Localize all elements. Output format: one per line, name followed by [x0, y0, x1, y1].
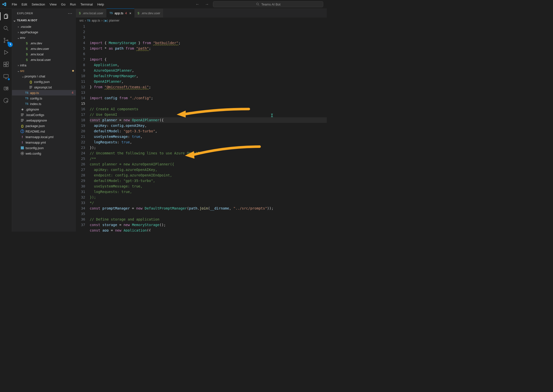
code-line[interactable]: // Uncomment the following lines to use … [90, 150, 327, 156]
code-line[interactable]: } from "@microsoft/teams-ai"; [90, 84, 327, 90]
code-line[interactable]: const storage = new MemoryStorage(); [90, 222, 327, 228]
nav-back-icon[interactable]: ← [194, 2, 201, 7]
menu-item-run[interactable]: Run [68, 2, 78, 7]
dollar-icon: $ [79, 11, 81, 15]
bang-icon: ! [20, 141, 25, 144]
code-line[interactable]: import { [90, 57, 327, 62]
chevron-right-icon: › [17, 25, 20, 29]
code-line[interactable]: }); [90, 194, 327, 200]
code-line[interactable]: }); [90, 145, 327, 150]
tree-item[interactable]: web.config [12, 151, 76, 156]
editor-tab[interactable]: $.env.local.user [76, 9, 106, 18]
tree-item[interactable]: .webappignore [12, 118, 76, 123]
code-line[interactable]: const app = new Application({ [90, 228, 327, 232]
svg-rect-12 [7, 62, 9, 64]
tree-item[interactable]: ›.vscode [12, 24, 76, 29]
code-line[interactable]: logRequests: true, [90, 139, 327, 145]
breadcrumb[interactable]: src › TS app.ts › [◉] planner [76, 18, 327, 24]
project-header[interactable]: ⌄ TEAMS AI BOT [12, 18, 76, 23]
svg-rect-11 [6, 65, 8, 67]
editor-tab[interactable]: $.env.dev.user [135, 9, 163, 18]
tree-item[interactable]: ◈.gitignore [12, 107, 76, 112]
nav-forward-icon[interactable]: → [203, 2, 210, 7]
code-line[interactable]: // Use OpenAI [90, 112, 327, 117]
tree-item[interactable]: skprompt.txt [12, 84, 76, 90]
menu-item-edit[interactable]: Edit [19, 2, 29, 7]
ts-icon: TS [109, 12, 113, 15]
code-line[interactable]: const promptManager = new DefaultPromptM… [90, 206, 327, 211]
code-line[interactable] [90, 211, 327, 217]
tree-item[interactable]: ›appPackage [12, 29, 76, 35]
tree-item[interactable]: ⌄src [12, 68, 76, 73]
code-line[interactable]: useSystemMessage: true, [90, 134, 327, 139]
tree-item[interactable]: README.md [12, 129, 76, 134]
code-line[interactable]: logRequests: true, [90, 189, 327, 194]
code-line[interactable]: useSystemMessage: true, [90, 183, 327, 189]
tree-item[interactable]: $.env.local [12, 51, 76, 57]
activity-teams-icon[interactable] [0, 82, 12, 94]
code-line[interactable]: import { MemoryStorage } from "botbuilde… [90, 40, 327, 46]
dollar-icon: $ [25, 47, 29, 51]
code-line[interactable]: endpoint: config.azureOpenAIEndpoint, [90, 172, 327, 178]
tree-item[interactable]: {}package.json [12, 123, 76, 129]
code-content[interactable]: import { MemoryStorage } from "botbuilde… [90, 24, 327, 232]
code-line[interactable] [90, 51, 327, 57]
code-line[interactable]: const planner = new AzureOpenAIPlanner({ [90, 161, 327, 167]
code-line[interactable]: defaultModel: "gpt-3.5-turbo", [90, 128, 327, 134]
chevron-right-icon: › [17, 30, 20, 34]
code-line[interactable]: const planner = new OpenAIPlanner({ [90, 117, 327, 123]
tree-item[interactable]: ⌄prompts \ chat [12, 73, 76, 79]
svg-text:TS: TS [21, 147, 24, 149]
activity-source-control-icon[interactable] [0, 34, 12, 46]
code-line[interactable]: import * as path from "path"; [90, 46, 327, 51]
menu-item-file[interactable]: File [10, 2, 19, 7]
command-center[interactable]: Teams AI Bot [213, 1, 323, 7]
code-line[interactable]: OpenAIPlanner, [90, 79, 327, 84]
tree-item[interactable]: $.env.local.user [12, 57, 76, 62]
tree-item[interactable]: .localConfigs [12, 112, 76, 118]
activity-search-icon[interactable] [0, 22, 12, 34]
activity-extensions-icon[interactable] [0, 58, 12, 70]
code-line[interactable]: Application, [90, 62, 327, 68]
activity-remote-icon[interactable] [0, 70, 12, 82]
menu-item-terminal[interactable]: Terminal [78, 2, 95, 7]
info-icon [20, 129, 25, 133]
search-placeholder: Teams AI Bot [261, 3, 281, 6]
tree-item[interactable]: $.env.dev.user [12, 46, 76, 51]
menu-item-view[interactable]: View [47, 2, 59, 7]
code-line[interactable]: apiKey: config.azureOpenAIKey, [90, 167, 327, 172]
activity-explorer-icon[interactable] [0, 10, 12, 22]
tree-item[interactable]: {}config.json [12, 79, 76, 84]
tree-item[interactable]: TSindex.ts [12, 101, 76, 107]
code-line[interactable] [90, 101, 327, 106]
activity-edge-icon[interactable] [0, 94, 12, 107]
close-icon[interactable]: × [129, 11, 131, 15]
code-line[interactable]: AzureOpenAIPlanner, [90, 68, 327, 73]
tree-item[interactable]: ›infra [12, 62, 76, 68]
code-line[interactable]: */ [90, 200, 327, 206]
tree-item[interactable]: TStsconfig.json [12, 145, 76, 151]
code-line[interactable]: apiKey: config.openAIKey, [90, 123, 327, 128]
tree-item[interactable]: TSconfig.ts [12, 95, 76, 101]
tree-item[interactable]: !teamsapp.yml [12, 140, 76, 145]
project-name: TEAMS AI BOT [17, 19, 37, 22]
tree-item-label: app.ts [30, 91, 72, 95]
code-line[interactable]: import config from "./config"; [90, 95, 327, 101]
menu-item-selection[interactable]: Selection [29, 2, 47, 7]
tree-item[interactable]: !teamsapp.local.yml [12, 134, 76, 140]
editor-tabs: $.env.local.userTSapp.ts4×$.env.dev.user [76, 9, 327, 18]
activity-run-debug-icon[interactable] [0, 46, 12, 58]
code-line[interactable]: // Define storage and application [90, 217, 327, 222]
tree-item[interactable]: TSapp.ts4 [12, 90, 76, 95]
tree-item[interactable]: $.env.dev [12, 40, 76, 46]
menu-item-go[interactable]: Go [59, 2, 68, 7]
menu-item-help[interactable]: Help [95, 2, 106, 7]
code-line[interactable]: /** [90, 156, 327, 161]
code-line[interactable]: // Create AI components [90, 106, 327, 112]
code-editor[interactable]: 1234567891011121314151617181920212223242… [76, 24, 327, 232]
editor-tab[interactable]: TSapp.ts4× [106, 9, 135, 18]
code-line[interactable]: DefaultPromptManager, [90, 73, 327, 79]
tree-item[interactable]: ⌄env [12, 35, 76, 40]
code-line[interactable]: defaultModel: "gpt-35-turbo", [90, 178, 327, 183]
code-line[interactable] [90, 90, 327, 95]
